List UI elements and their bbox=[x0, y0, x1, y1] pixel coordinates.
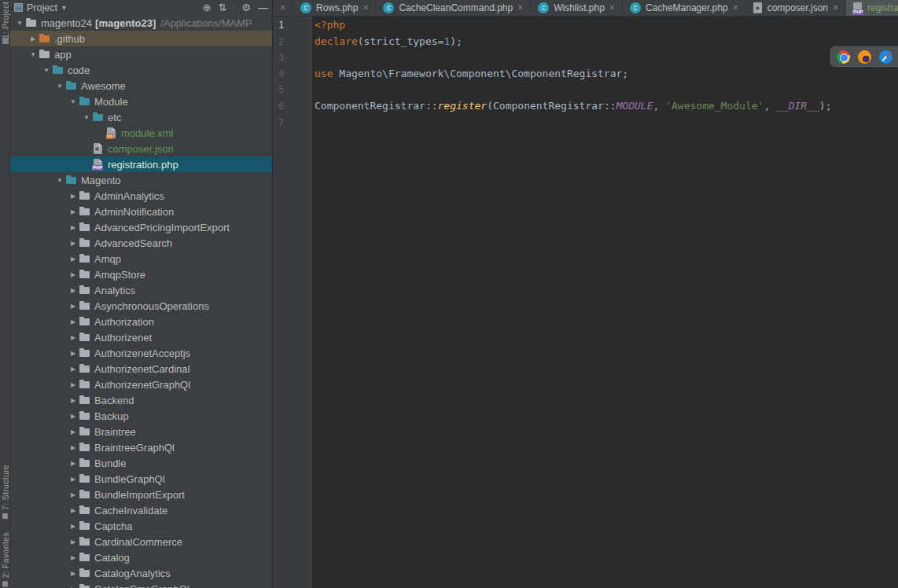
chevron-right-icon[interactable] bbox=[68, 397, 79, 404]
locate-file-icon[interactable]: ⊕ bbox=[203, 2, 212, 13]
chevron-down-icon[interactable] bbox=[54, 177, 65, 184]
chevron-down-icon[interactable] bbox=[81, 114, 92, 121]
tree-item-authorizenetcardinal[interactable]: AuthorizenetCardinal bbox=[10, 361, 272, 377]
chevron-down-icon[interactable]: ▼ bbox=[61, 4, 68, 12]
chevron-right-icon[interactable] bbox=[68, 240, 79, 247]
tab-registration.php[interactable]: PHPregistration.php bbox=[846, 0, 898, 16]
tree-item-analytics[interactable]: Analytics bbox=[10, 282, 272, 298]
tab-composer.json[interactable]: composer.json× bbox=[746, 0, 846, 16]
close-icon[interactable]: × bbox=[733, 3, 738, 13]
tree-item-backup[interactable]: Backup bbox=[10, 408, 272, 424]
chevron-right-icon[interactable] bbox=[68, 318, 79, 325]
chevron-down-icon[interactable] bbox=[41, 67, 52, 74]
tree-item-magento24[interactable]: magento24[magento23]/Applications/MAMP bbox=[10, 15, 272, 31]
tree-item-adminanalytics[interactable]: AdminAnalytics bbox=[10, 188, 272, 204]
tool-window-structure[interactable]: 7: Structure bbox=[0, 465, 10, 519]
tree-item-amqp[interactable]: Amqp bbox=[10, 251, 272, 266]
chevron-right-icon[interactable] bbox=[68, 554, 79, 561]
chevron-right-icon[interactable] bbox=[68, 334, 79, 341]
tree-item-authorizenetgraphql[interactable]: AuthorizenetGraphQl bbox=[10, 377, 272, 392]
tree-item-adminnotification[interactable]: AdminNotification bbox=[10, 204, 272, 219]
tree-item-catalogcmsgraphql[interactable]: CatalogCmsGraphQl bbox=[10, 581, 272, 588]
chevron-right-icon[interactable] bbox=[68, 523, 79, 530]
chevron-down-icon[interactable] bbox=[14, 20, 25, 27]
close-icon[interactable]: × bbox=[280, 3, 285, 13]
chevron-right-icon[interactable] bbox=[68, 507, 79, 514]
code-line-4[interactable]: use Magento\Framework\Component\Componen… bbox=[315, 66, 898, 83]
chevron-right-icon[interactable] bbox=[68, 381, 79, 388]
tab-truncated[interactable]: × bbox=[273, 0, 293, 16]
tab-cachemanager.php[interactable]: cCacheManager.php× bbox=[623, 0, 746, 16]
chevron-right-icon[interactable] bbox=[68, 413, 79, 420]
code-line-3[interactable] bbox=[315, 50, 898, 66]
tree-item-authorizenetacceptjs[interactable]: AuthorizenetAcceptjs bbox=[10, 345, 272, 361]
chevron-right-icon[interactable] bbox=[68, 271, 79, 278]
chevron-down-icon[interactable] bbox=[68, 98, 79, 105]
tree-item-app[interactable]: app bbox=[10, 46, 272, 62]
chevron-right-icon[interactable] bbox=[68, 586, 79, 588]
tree-item-authorization[interactable]: Authorization bbox=[10, 314, 272, 329]
chevron-right-icon[interactable] bbox=[68, 476, 79, 483]
collapse-all-icon[interactable]: ⇅ bbox=[218, 2, 226, 13]
tab-cachecleancommand.php[interactable]: cCacheCleanCommand.php× bbox=[376, 0, 531, 16]
tree-item-backend[interactable]: Backend bbox=[10, 392, 272, 408]
chevron-down-icon[interactable] bbox=[54, 83, 65, 90]
close-icon[interactable]: × bbox=[609, 3, 615, 13]
tree-item-asynchronousoperations[interactable]: AsynchronousOperations bbox=[10, 298, 272, 314]
tree-item-etc[interactable]: etc bbox=[10, 109, 272, 125]
code-line-1[interactable]: <?php bbox=[315, 17, 898, 34]
project-panel-title[interactable]: Project bbox=[27, 2, 57, 13]
code-editor[interactable]: <?phpdeclare(strict_types=1);use Magento… bbox=[311, 17, 898, 588]
tree-item-cataloganalytics[interactable]: CatalogAnalytics bbox=[10, 565, 272, 581]
tab-wishlist.php[interactable]: cWishlist.php× bbox=[531, 0, 623, 16]
tree-item-catalog[interactable]: Catalog bbox=[10, 549, 272, 565]
tree-item-advancedpricingimportexport[interactable]: AdvancedPricingImportExport bbox=[10, 219, 272, 235]
chevron-right-icon[interactable] bbox=[68, 303, 79, 310]
code-line-2[interactable]: declare(strict_types=1); bbox=[315, 34, 898, 50]
tree-item-authorizenet[interactable]: Authorizenet bbox=[10, 329, 272, 345]
tree-item-registration.php[interactable]: PHPregistration.php bbox=[10, 156, 272, 172]
code-line-7[interactable] bbox=[315, 115, 898, 131]
tree-item-magento[interactable]: Magento bbox=[10, 172, 272, 188]
code-line-5[interactable] bbox=[315, 82, 898, 98]
gear-icon[interactable]: ⚙ bbox=[241, 2, 251, 13]
chevron-right-icon[interactable] bbox=[68, 193, 79, 200]
tree-item-braintreegraphql[interactable]: BraintreeGraphQl bbox=[10, 439, 272, 455]
close-icon[interactable]: × bbox=[833, 3, 838, 13]
tree-item-cacheinvalidate[interactable]: CacheInvalidate bbox=[10, 502, 272, 518]
tab-rows.php[interactable]: cRows.php× bbox=[293, 0, 376, 16]
tree-item-module.xml[interactable]: <>module.xml bbox=[10, 125, 272, 141]
chevron-down-icon[interactable] bbox=[28, 51, 39, 58]
tree-item-amqpstore[interactable]: AmqpStore bbox=[10, 266, 272, 282]
tree-item-braintree[interactable]: Braintree bbox=[10, 424, 272, 439]
hide-panel-icon[interactable]: — bbox=[258, 2, 267, 13]
tree-item-awesome[interactable]: Awesome bbox=[10, 78, 272, 94]
tree-item-bundlegraphql[interactable]: BundleGraphQl bbox=[10, 471, 272, 487]
chevron-right-icon[interactable] bbox=[28, 35, 39, 42]
tool-window-favorites[interactable]: 2: Favorites bbox=[0, 532, 10, 586]
tree-item-cardinalcommerce[interactable]: CardinalCommerce bbox=[10, 534, 272, 549]
tree-item-module[interactable]: Module bbox=[10, 94, 272, 109]
chevron-right-icon[interactable] bbox=[68, 491, 79, 498]
close-icon[interactable]: × bbox=[363, 3, 368, 13]
chevron-right-icon[interactable] bbox=[68, 224, 79, 231]
chrome-browser-icon[interactable] bbox=[837, 50, 850, 64]
chevron-right-icon[interactable] bbox=[68, 366, 79, 373]
chevron-right-icon[interactable] bbox=[68, 208, 79, 215]
chevron-right-icon[interactable] bbox=[68, 460, 79, 467]
tree-item-advancedsearch[interactable]: AdvancedSearch bbox=[10, 235, 272, 251]
tree-item-code[interactable]: code bbox=[10, 62, 272, 78]
tree-item-bundleimportexport[interactable]: BundleImportExport bbox=[10, 487, 272, 502]
code-line-6[interactable]: ComponentRegistrar::register(ComponentRe… bbox=[315, 98, 898, 115]
tree-item-.github[interactable]: .github bbox=[10, 31, 272, 46]
chevron-right-icon[interactable] bbox=[68, 538, 79, 546]
chevron-right-icon[interactable] bbox=[68, 255, 79, 263]
chevron-right-icon[interactable] bbox=[68, 287, 79, 294]
chevron-right-icon[interactable] bbox=[68, 444, 79, 451]
chevron-right-icon[interactable] bbox=[68, 428, 79, 435]
tool-window-project[interactable]: 1: Project bbox=[0, 2, 10, 39]
close-icon[interactable]: × bbox=[517, 3, 523, 13]
tree-item-captcha[interactable]: Captcha bbox=[10, 518, 272, 534]
firefox-browser-icon[interactable] bbox=[858, 50, 871, 64]
tree-item-bundle[interactable]: Bundle bbox=[10, 455, 272, 471]
